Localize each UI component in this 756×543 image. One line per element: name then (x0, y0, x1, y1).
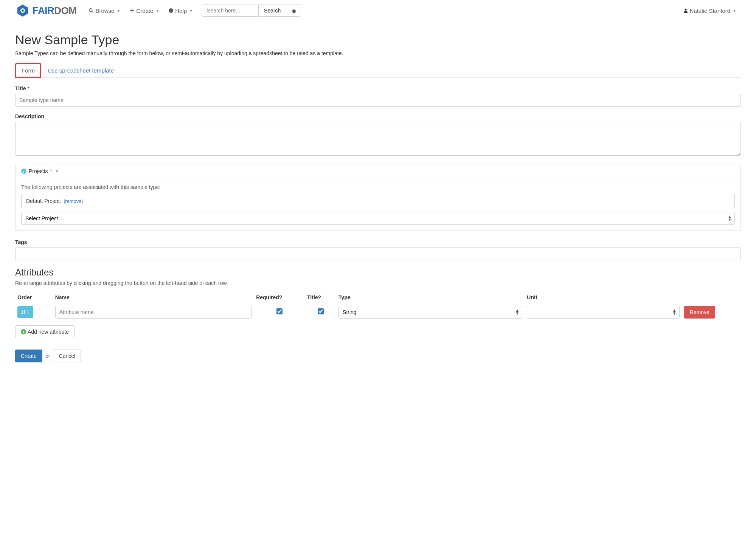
col-order: Order (15, 291, 53, 303)
attributes-heading: Attributes (15, 267, 741, 278)
search-icon (88, 8, 94, 13)
page-title: New Sample Type (15, 32, 741, 47)
caret-icon: ▼ (116, 9, 120, 13)
caret-icon: ▼ (189, 9, 193, 13)
col-type: Type (336, 291, 525, 303)
page-subtitle: Sample Types can be defined manually thr… (15, 50, 741, 56)
user-menu[interactable]: Natalie Stanford▼ (678, 5, 741, 17)
tags-input[interactable] (15, 248, 741, 260)
title-input[interactable] (15, 94, 741, 107)
search-settings-button[interactable] (286, 5, 301, 17)
caret-icon: ▼ (733, 9, 736, 13)
description-label: Description (15, 113, 741, 119)
add-attribute-button[interactable]: + Add new attribute (15, 325, 75, 338)
logo-icon (15, 3, 30, 18)
sort-icon (21, 310, 26, 314)
plus-circle-icon: + (21, 329, 26, 334)
order-handle[interactable]: 1 (17, 306, 33, 318)
svg-line-4 (92, 11, 93, 13)
caret-icon: ▼ (155, 9, 159, 13)
nav-help[interactable]: i Help▼ (164, 5, 197, 17)
nav-browse[interactable]: Browse▼ (84, 5, 125, 17)
col-unit: Unit (525, 291, 681, 303)
projects-assoc-text: The following projects are associated wi… (21, 184, 735, 190)
unit-select[interactable] (527, 306, 679, 319)
svg-point-2 (22, 9, 24, 12)
title-label: Title * (15, 85, 741, 91)
svg-point-9 (685, 9, 686, 11)
info-icon: i (168, 8, 174, 13)
attribute-row: 1 String ▲▼ ▲▼ R (15, 303, 741, 321)
nav-create[interactable]: Create▼ (125, 5, 164, 17)
svg-text:i: i (171, 9, 172, 13)
description-input[interactable] (15, 122, 741, 156)
info-icon: i (21, 169, 26, 174)
attribute-name-input[interactable] (55, 306, 251, 319)
plus-icon (129, 8, 135, 13)
projects-panel-header[interactable]: i Projects * ▼ (16, 164, 740, 178)
col-required: Required? (254, 291, 305, 303)
search-button[interactable]: Search (259, 5, 286, 17)
attributes-desc: Re-arrange attributes by clicking and dr… (15, 280, 741, 286)
or-text: or (45, 353, 50, 359)
logo-dom: DOM (54, 5, 76, 16)
tab-form[interactable]: Form (15, 63, 41, 78)
logo[interactable]: FAIRDOM (15, 3, 76, 18)
remove-attribute-button[interactable]: Remove (684, 306, 715, 319)
title-checkbox[interactable] (318, 308, 324, 314)
svg-point-3 (89, 9, 92, 12)
col-title: Title? (305, 291, 336, 303)
tab-spreadsheet[interactable]: Use spreadsheet template (41, 63, 120, 78)
select-project[interactable]: Select Project ... (21, 212, 735, 225)
project-chip: Default Project [remove] (21, 194, 735, 208)
logo-fair: FAIR (33, 5, 54, 16)
gear-icon (291, 8, 296, 14)
user-icon (683, 8, 688, 13)
col-name: Name (53, 291, 254, 303)
type-select[interactable]: String (338, 306, 522, 319)
caret-icon: ▼ (55, 169, 59, 173)
search-input[interactable] (202, 5, 259, 17)
tags-label: Tags (15, 239, 741, 245)
cancel-button[interactable]: Cancel (53, 350, 81, 362)
required-checkbox[interactable] (276, 308, 283, 314)
create-button[interactable]: Create (15, 350, 42, 362)
remove-project-link[interactable]: [remove] (64, 198, 83, 204)
